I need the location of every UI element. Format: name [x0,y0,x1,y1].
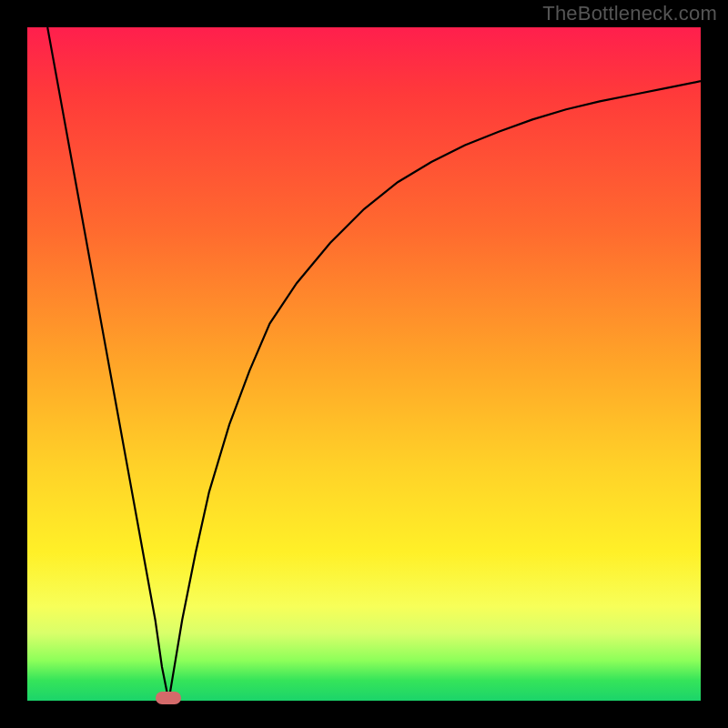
curve-left-branch [47,27,168,701]
curve-right-branch [168,81,701,701]
notch-marker [156,692,181,704]
watermark-text: TheBottleneck.com [542,2,717,25]
bottleneck-curve [27,27,701,701]
chart-frame: TheBottleneck.com [0,0,728,728]
plot-area [27,27,701,701]
